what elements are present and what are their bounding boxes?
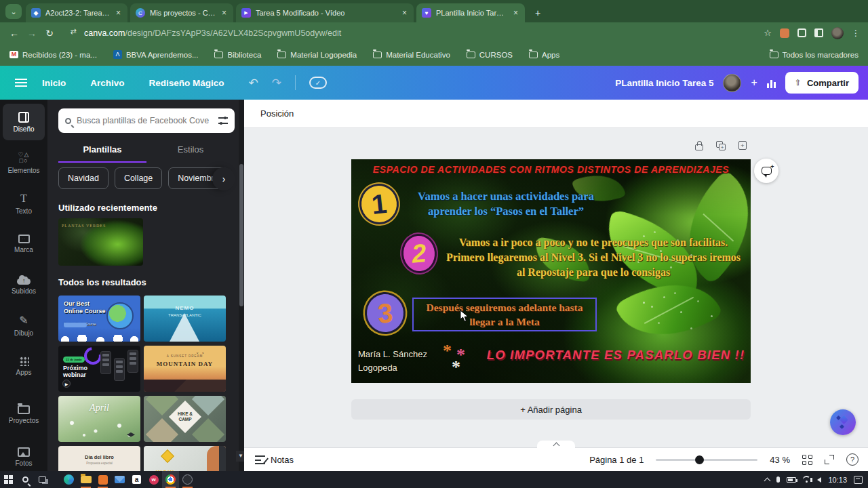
template-search-box[interactable] [58, 108, 235, 133]
grid-view-icon[interactable] [802, 455, 812, 465]
reload-icon[interactable]: ↻ [41, 28, 58, 39]
bookmark-folder-logopedia[interactable]: Material Logopedia [277, 51, 357, 59]
browser-tab-active[interactable]: ♥ PLantilla Inicio Tarea 5 - Faceb × [416, 3, 525, 22]
orange-app-icon[interactable] [94, 471, 111, 488]
signature-text[interactable]: María L. Sánchez Logopeda [358, 348, 427, 375]
sidebar-item-marca[interactable]: ·· Marca [3, 226, 45, 262]
speaker-icon[interactable] [817, 477, 821, 483]
help-icon[interactable]: ? [846, 453, 859, 466]
add-member-button[interactable]: + [751, 77, 757, 89]
lock-icon[interactable] [694, 140, 705, 151]
step-1-text[interactable]: Vamos a hacer unas actividades para apre… [404, 189, 608, 219]
zoom-slider-handle[interactable] [695, 455, 704, 464]
sidebar-item-fotos[interactable]: Fotos [3, 439, 45, 475]
search-input[interactable] [77, 116, 213, 125]
tab-plantillas[interactable]: Plantillas [58, 139, 146, 163]
bookmark-folder-biblioteca[interactable]: Biblioteca [214, 51, 261, 59]
notes-button[interactable]: Notas [244, 455, 294, 465]
edge-icon[interactable] [60, 471, 77, 488]
extensions-icon[interactable] [797, 28, 806, 37]
notification-center-icon[interactable] [854, 476, 863, 484]
position-button[interactable]: Posición [255, 104, 299, 123]
close-tab-icon[interactable]: × [220, 8, 228, 18]
tray-expand-icon[interactable] [764, 477, 771, 484]
menu-icon[interactable] [15, 79, 27, 87]
pills-scroll-right-icon[interactable]: › [212, 167, 235, 190]
template-thumbnail-online-course[interactable]: Our BestOnline Course English Basic Cour… [58, 296, 140, 342]
nav-archivo[interactable]: Archivo [90, 78, 124, 88]
taskbar-search-icon[interactable] [17, 471, 34, 488]
back-icon[interactable]: ← [5, 28, 23, 39]
red-app-icon[interactable]: w [145, 471, 162, 488]
bookmark-bbva[interactable]: ΛBBVA Aprendemos... [113, 50, 199, 59]
redo-icon[interactable]: ↷ [272, 76, 281, 90]
task-view-icon[interactable] [34, 471, 51, 488]
browser-profile-avatar[interactable] [831, 27, 844, 39]
wifi-icon[interactable] [803, 476, 810, 483]
extension-icon[interactable] [780, 28, 789, 38]
browser-tab-1[interactable]: ◆ A2oct23-2: Tarea práctica 6 - N × [26, 3, 127, 22]
user-avatar[interactable] [723, 74, 741, 92]
nav-inicio[interactable]: Inicio [42, 78, 66, 88]
insights-icon[interactable] [767, 78, 776, 88]
browser-menu-icon[interactable]: ⋮ [852, 28, 860, 38]
browser-tab-3[interactable]: ▶ Tarea 5 Modificado - Vídeo × [236, 3, 414, 22]
sidebar-item-diseno[interactable]: Diseño [3, 104, 45, 140]
sidebar-item-subidos[interactable]: ↑ Subidos [3, 266, 45, 303]
panel-scrollbar[interactable] [239, 100, 244, 471]
url-field[interactable]: canva.com/design/DAFzsYApP3s/A62VLX4b2Sc… [84, 28, 341, 38]
template-thumbnail-webinar[interactable]: 22 de junio Próximowebinar ▶ [58, 346, 140, 392]
bookmark-folder-educativo[interactable]: Material Educativo [373, 51, 450, 59]
filter-pill-navidad[interactable]: Navidad [58, 167, 108, 189]
file-explorer-icon[interactable] [77, 471, 94, 488]
fullscreen-icon[interactable] [825, 455, 834, 464]
asterisk-decor[interactable]: * [452, 357, 460, 378]
filter-icon[interactable] [218, 117, 228, 124]
bookmark-recibidos[interactable]: MRecibidos (23) - ma... [9, 51, 97, 59]
tab-search-button[interactable]: ⌄ [5, 4, 22, 19]
sidebar-item-texto[interactable]: T Texto [3, 185, 45, 222]
bookmark-star-icon[interactable]: ☆ [764, 28, 772, 38]
sidebar-item-apps[interactable]: Apps [3, 348, 45, 384]
step-2-text[interactable]: Vamos a ir poco a poco y no te preocupes… [441, 235, 746, 280]
step-3-text[interactable]: Después seguiremos adelante hasta llegar… [416, 300, 593, 329]
camera-app-icon[interactable] [179, 471, 196, 488]
bookmark-folder-apps[interactable]: Apps [529, 51, 559, 59]
add-page-button[interactable]: + Añadir página [351, 399, 751, 420]
close-tab-icon[interactable]: × [115, 8, 122, 18]
sidebar-item-elementos[interactable]: ♡△□○ Elementos [3, 144, 45, 181]
asterisk-decor[interactable]: * [443, 341, 452, 361]
forward-icon[interactable]: → [23, 28, 41, 39]
browser-tab-2[interactable]: C Mis proyectos - Canva × [130, 3, 233, 22]
saved-cloud-icon[interactable]: ✓ [309, 77, 327, 89]
tab-estilos[interactable]: Estilos [146, 139, 235, 163]
template-thumbnail-mountain-day[interactable]: ᵛ ᵛ A SUNSET DREAM MOUNTAIN DAY [144, 346, 226, 392]
recent-template-thumbnail[interactable]: PLANTAS VERDES [58, 218, 143, 266]
canva-assistant-button[interactable] [830, 409, 856, 435]
duplicate-page-icon[interactable]: + [715, 140, 726, 151]
sidebar-item-proyectos[interactable]: Proyectos [3, 396, 45, 433]
microphone-icon[interactable] [776, 476, 780, 483]
windows-start-button[interactable] [0, 471, 17, 488]
document-title[interactable]: PLantilla Inicio Tarea 5 [615, 78, 713, 88]
close-tab-icon[interactable]: × [512, 8, 519, 18]
amazon-icon[interactable]: a [128, 471, 145, 488]
zoom-slider[interactable] [656, 459, 757, 461]
share-button[interactable]: ⇧Compartir [785, 72, 859, 94]
chrome-icon[interactable] [162, 471, 179, 488]
add-comment-button[interactable]: + [754, 159, 778, 183]
design-footer-text[interactable]: LO IMPORTANTE ES PASARLO BIEN !! [484, 348, 748, 363]
nav-rediseno-magico[interactable]: Rediseño Mágico [149, 78, 224, 88]
site-info-icon[interactable]: ⇄ [65, 27, 81, 39]
template-thumbnail-hike-camp[interactable]: HIKE &CAMP [144, 396, 226, 442]
template-thumbnail-nemo[interactable]: NEMOTRANSATLANTIC [144, 296, 226, 342]
add-page-icon[interactable]: + [737, 140, 748, 151]
design-title-text[interactable]: ESPACIO DE ACTIVIDADES CON RITMOS DISTIN… [351, 164, 751, 175]
selected-text-box[interactable]: Después seguiremos adelante hasta llegar… [412, 298, 597, 331]
design-page[interactable]: ESPACIO DE ACTIVIDADES CON RITMOS DISTIN… [351, 159, 751, 383]
collapse-statusbar-handle[interactable] [537, 441, 575, 448]
side-panel-icon[interactable] [814, 28, 823, 37]
bookmark-folder-cursos[interactable]: CURSOS [467, 51, 513, 59]
all-bookmarks-button[interactable]: Todos los marcadores [770, 51, 859, 59]
mail-icon[interactable] [111, 471, 128, 488]
